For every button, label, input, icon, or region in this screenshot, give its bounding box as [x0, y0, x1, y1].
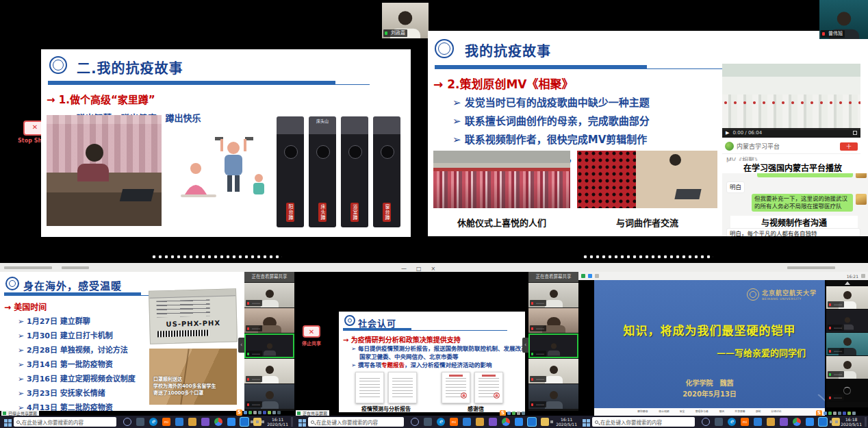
- taskbar-app-icon[interactable]: [819, 418, 827, 426]
- tool-icon[interactable]: [512, 412, 515, 415]
- taskbar-app-icon[interactable]: [806, 418, 814, 426]
- taskbar-app-icon[interactable]: [411, 418, 419, 426]
- sidebar-collapse-handle[interactable]: ‹: [522, 338, 528, 353]
- taskbar-app-icon[interactable]: [793, 418, 801, 426]
- taskbar-app-icon[interactable]: [175, 418, 183, 426]
- tray-icon[interactable]: [550, 420, 553, 423]
- tab-favicon[interactable]: [581, 274, 585, 278]
- tool-icon[interactable]: [507, 412, 511, 415]
- tray-icon[interactable]: [261, 420, 264, 423]
- participant-video-tile[interactable]: ⋯⋯: [528, 283, 578, 307]
- mv-video-player[interactable]: ▶ 0:00 / 06:04: [722, 64, 860, 138]
- taskbar-app-icon[interactable]: e: [149, 418, 157, 426]
- participant-video-tile[interactable]: ⋯⋯: [244, 333, 294, 358]
- tool-icon[interactable]: [263, 411, 266, 414]
- start-button[interactable]: [298, 419, 302, 423]
- taskbar-search-input[interactable]: 在此处键入你要搜索的内容: [308, 417, 404, 427]
- tray-icon[interactable]: [830, 420, 832, 423]
- video-control-bar[interactable]: ▶ 0:00 / 06:04: [722, 128, 860, 138]
- video-card[interactable]: 窗台蹲: [373, 116, 400, 227]
- taskbar-app-icon[interactable]: mi: [450, 418, 458, 426]
- notification-icon[interactable]: [291, 417, 293, 427]
- taskbar-app-icon[interactable]: [136, 418, 144, 426]
- participant-video-tile[interactable]: ⋯⋯: [528, 359, 578, 383]
- stop-share-button-zh[interactable]: 停止共享: [294, 325, 329, 347]
- notification-icon[interactable]: [865, 417, 867, 427]
- participant-video-tile[interactable]: ⋯⋯: [244, 384, 294, 409]
- tool-icon[interactable]: [268, 411, 271, 414]
- taskbar-app-icon[interactable]: [780, 418, 788, 426]
- taskbar-app-icon[interactable]: [502, 418, 510, 426]
- taskbar-app-icon[interactable]: mi: [741, 418, 749, 426]
- taskbar-app-icon[interactable]: [463, 418, 471, 426]
- taskbar-clock[interactable]: 16:112020/5/11: [556, 417, 577, 427]
- tool-icon[interactable]: [244, 411, 247, 414]
- window-controls[interactable]: — □ ×: [401, 264, 437, 272]
- video-card[interactable]: 阳台蹲: [277, 116, 304, 227]
- tray-icon[interactable]: [835, 420, 838, 423]
- taskbar-app-icon[interactable]: [227, 418, 235, 426]
- tray-icon[interactable]: [256, 420, 259, 423]
- video-card[interactable]: 床头山 床头蹲: [309, 116, 336, 227]
- tool-icon[interactable]: [824, 412, 827, 415]
- webcam-speaker-1[interactable]: 刘政嘉: [382, 3, 429, 38]
- tool-icon[interactable]: [843, 412, 846, 415]
- taskbar-app-icon[interactable]: e: [437, 418, 445, 426]
- taskbar-app-icon[interactable]: [528, 418, 536, 426]
- tool-icon[interactable]: [828, 412, 832, 415]
- taskbar-app-icon[interactable]: [754, 418, 762, 426]
- strip-icon[interactable]: [861, 274, 865, 278]
- share-tool-icon[interactable]: S: [236, 410, 242, 416]
- tool-icon[interactable]: [277, 411, 281, 414]
- taskbar-clock[interactable]: 16:112020/5/11: [267, 417, 288, 427]
- tool-icon[interactable]: [852, 412, 856, 415]
- participant-video-tile[interactable]: ⋯⋯: [826, 310, 868, 332]
- scroll-up-arrow[interactable]: [845, 281, 850, 285]
- participant-video-tile[interactable]: ⋯⋯: [244, 308, 294, 333]
- participant-video-tile[interactable]: ⋯⋯: [826, 379, 868, 402]
- follow-button[interactable]: ＋: [840, 142, 858, 151]
- tool-icon[interactable]: [272, 411, 276, 414]
- tool-icon[interactable]: [253, 411, 257, 414]
- taskbar-app-icon[interactable]: [214, 418, 222, 426]
- participant-video-tile[interactable]: ⋯⋯: [826, 286, 868, 309]
- tray-icon[interactable]: [251, 420, 253, 423]
- tool-icon[interactable]: [258, 411, 261, 414]
- participant-video-tile[interactable]: ⋯⋯: [826, 356, 868, 379]
- tab-favicon[interactable]: [595, 274, 599, 278]
- taskbar-app-icon[interactable]: [541, 418, 549, 426]
- play-icon[interactable]: ▶: [726, 130, 729, 136]
- video-card[interactable]: 浴室蹲: [341, 116, 368, 227]
- taskbar-app-icon[interactable]: [424, 418, 432, 426]
- fullscreen-icon[interactable]: [853, 131, 857, 135]
- taskbar-app-icon[interactable]: e: [728, 418, 736, 426]
- participant-video-tile[interactable]: ⋯⋯: [826, 333, 868, 355]
- taskbar-app-icon[interactable]: mi: [162, 418, 170, 426]
- tab-favicon[interactable]: [588, 274, 592, 278]
- tool-icon[interactable]: [248, 411, 252, 414]
- start-button[interactable]: [4, 419, 8, 423]
- taskbar-search-input[interactable]: 在此处键入你要搜索的内容: [14, 417, 116, 427]
- taskbar-app-icon[interactable]: [702, 418, 710, 426]
- tool-icon[interactable]: [833, 412, 837, 415]
- taskbar-app-icon[interactable]: [767, 418, 775, 426]
- webcam-speaker-2[interactable]: 曾伟旭: [819, 0, 868, 39]
- tool-icon[interactable]: [838, 412, 841, 415]
- taskbar-app-icon[interactable]: [715, 418, 723, 426]
- taskbar-app-icon[interactable]: [188, 418, 196, 426]
- taskbar-app-icon[interactable]: [123, 418, 131, 426]
- taskbar-app-icon[interactable]: [240, 418, 248, 426]
- participant-video-tile[interactable]: ⋯⋯: [528, 384, 578, 409]
- tool-icon[interactable]: [847, 412, 851, 415]
- tool-icon[interactable]: [522, 412, 525, 415]
- taskbar-app-icon[interactable]: [489, 418, 497, 426]
- taskbar-search-input[interactable]: 在此处键入你要搜索的内容: [592, 417, 695, 427]
- tool-icon[interactable]: [517, 412, 520, 415]
- taskbar-app-icon[interactable]: [201, 418, 209, 426]
- sidebar-collapse-handle[interactable]: ‹: [238, 338, 244, 353]
- participant-video-tile[interactable]: ⋯⋯: [528, 308, 578, 333]
- taskbar-app-icon[interactable]: [515, 418, 523, 426]
- taskbar-app-icon[interactable]: [476, 418, 484, 426]
- participant-video-tile[interactable]: ⋯⋯: [528, 333, 578, 358]
- participant-video-tile[interactable]: ⋯⋯: [244, 359, 294, 383]
